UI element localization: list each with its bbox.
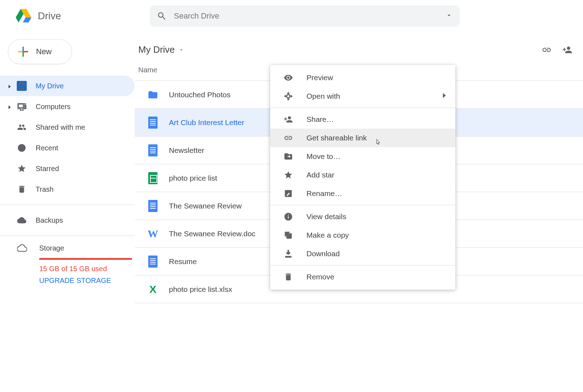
sidebar-item-label: Backups xyxy=(36,216,63,225)
menu-item-open[interactable]: Open with xyxy=(270,87,455,105)
download-icon xyxy=(283,248,294,259)
sidebar-item-recent[interactable]: Recent xyxy=(0,138,135,158)
cloud-outline-icon xyxy=(17,243,27,253)
file-name: The Sewanee Review xyxy=(169,202,242,210)
open-icon xyxy=(283,91,294,102)
menu-item-label: Move to… xyxy=(306,152,341,161)
copy-icon xyxy=(283,230,294,241)
sidebar-item-shared[interactable]: Shared with me xyxy=(0,117,135,138)
menu-item-info[interactable]: View details xyxy=(270,207,455,226)
menu-item-label: Get shareable link xyxy=(306,134,367,142)
link-icon[interactable] xyxy=(542,45,552,55)
new-button-label: New xyxy=(36,47,52,56)
sidebar-item-computers[interactable]: Computers xyxy=(0,96,135,117)
menu-item-star[interactable]: Add star xyxy=(270,166,455,184)
search-bar[interactable] xyxy=(150,5,460,27)
menu-item-label: Open with xyxy=(306,92,340,100)
file-name: The Sewanee Review.doc xyxy=(169,229,256,238)
menu-item-label: Share… xyxy=(306,115,334,124)
rename-icon xyxy=(283,188,294,199)
chevron-right-icon xyxy=(442,93,447,99)
move-icon xyxy=(283,151,294,162)
sidebar-item-label: Shared with me xyxy=(36,123,85,131)
eye-icon xyxy=(283,72,294,83)
upgrade-storage-link[interactable]: UPGRADE STORAGE xyxy=(39,277,135,285)
storage-label: Storage xyxy=(39,244,64,252)
sidebar-item-drive[interactable]: My Drive xyxy=(0,76,135,96)
file-name: Newsletter xyxy=(169,146,204,155)
new-button[interactable]: New xyxy=(8,39,72,64)
sidebar-item-label: Starred xyxy=(36,165,59,173)
sidebar-item-label: Trash xyxy=(36,185,53,194)
sidebar: New My DriveComputersShared with meRecen… xyxy=(0,32,135,303)
menu-item-label: Download xyxy=(306,249,340,258)
menu-item-label: Add star xyxy=(306,171,334,179)
recent-icon xyxy=(16,143,27,153)
chevron-down-icon xyxy=(179,47,184,53)
breadcrumb[interactable]: My Drive xyxy=(135,36,583,66)
storage-bar xyxy=(39,258,132,260)
file-name: photo price list.xlsx xyxy=(169,285,232,294)
storage-row[interactable]: Storage xyxy=(17,243,135,253)
storage-used: 15 GB of 15 GB used xyxy=(39,265,135,273)
menu-item-copy[interactable]: Make a copy xyxy=(270,226,455,244)
menu-item-rename[interactable]: Rename… xyxy=(270,184,455,203)
share-icon xyxy=(283,114,294,125)
drive-icon xyxy=(16,81,27,91)
sidebar-item-label: Recent xyxy=(36,144,58,152)
menu-item-remove[interactable]: Remove xyxy=(270,268,455,286)
excel-icon: X xyxy=(148,284,158,295)
expand-icon xyxy=(8,82,14,90)
sidebar-item-label: My Drive xyxy=(36,82,64,90)
sidebar-item-label: Computers xyxy=(36,103,71,111)
menu-item-label: Preview xyxy=(306,73,333,82)
remove-icon xyxy=(283,272,294,282)
cloud-icon xyxy=(16,215,27,226)
menu-item-download[interactable]: Download xyxy=(270,244,455,263)
menu-item-move[interactable]: Move to… xyxy=(270,147,455,166)
menu-item-label: Make a copy xyxy=(306,231,349,239)
shared-icon xyxy=(16,122,27,133)
file-name: Untouched Photos xyxy=(169,91,231,99)
docs-icon xyxy=(148,117,158,128)
person-add-icon[interactable] xyxy=(562,45,572,55)
docs-icon xyxy=(148,256,158,267)
file-name: photo price list xyxy=(169,174,217,182)
docs-icon xyxy=(148,201,158,211)
logo-area[interactable]: Drive xyxy=(15,7,150,25)
sidebar-item-trash[interactable]: Trash xyxy=(0,179,135,200)
computers-icon xyxy=(16,101,27,112)
folder-icon xyxy=(148,89,158,100)
menu-item-eye[interactable]: Preview xyxy=(270,68,455,87)
docs-icon xyxy=(148,145,158,156)
search-icon xyxy=(157,11,167,21)
menu-item-label: Remove xyxy=(306,273,334,281)
context-menu: PreviewOpen withShare…Get shareable link… xyxy=(270,65,455,290)
link-icon xyxy=(283,133,294,143)
menu-item-share[interactable]: Share… xyxy=(270,110,455,129)
sidebar-item-backups[interactable]: Backups xyxy=(0,210,135,231)
info-icon xyxy=(283,211,294,222)
file-name: Resume xyxy=(169,257,197,266)
menu-item-label: Rename… xyxy=(306,189,342,198)
app-name: Drive xyxy=(38,10,61,22)
sheets-icon xyxy=(148,173,158,184)
menu-item-label: View details xyxy=(306,212,346,221)
menu-item-link[interactable]: Get shareable link xyxy=(270,129,455,147)
plus-icon xyxy=(18,47,28,57)
search-input[interactable] xyxy=(174,11,445,21)
trash-icon xyxy=(16,184,27,195)
word-icon: W xyxy=(148,228,158,239)
drive-logo-icon xyxy=(15,7,32,25)
expand-icon xyxy=(8,103,14,111)
search-options-icon[interactable] xyxy=(445,12,453,20)
file-name: Art Club Interest Letter xyxy=(169,118,244,127)
star-icon xyxy=(283,170,294,180)
starred-icon xyxy=(16,163,27,174)
sidebar-item-starred[interactable]: Starred xyxy=(0,158,135,179)
breadcrumb-title: My Drive xyxy=(138,44,175,55)
